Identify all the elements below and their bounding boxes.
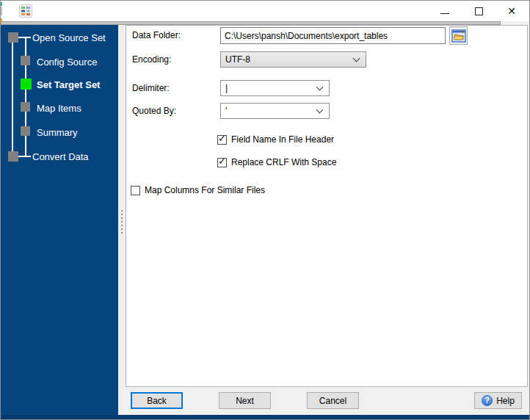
splitter-grip-icon	[121, 232, 123, 233]
main-area: Data Folder: Encoding: UTF-8 Delimiter:	[126, 25, 528, 416]
step-label: Open Source Set	[32, 32, 106, 43]
app-icon	[19, 4, 32, 18]
help-question-icon: ?	[482, 395, 493, 406]
back-button[interactable]: Back	[131, 392, 183, 409]
close-icon: ✕	[507, 6, 516, 16]
quoted-by-value: '	[225, 106, 227, 116]
step-square-icon	[8, 32, 18, 43]
encoding-value: UTF-8	[225, 54, 250, 65]
checkbox-box-checked: ✓	[217, 135, 227, 145]
minimize-button[interactable]	[432, 1, 457, 21]
step-label: Set Target Set	[37, 79, 100, 90]
step-label: Map Items	[37, 103, 81, 114]
step-map-items[interactable]: Map Items	[1, 102, 118, 114]
next-button[interactable]: Next	[219, 392, 271, 409]
quoted-by-combobox[interactable]: '	[220, 103, 330, 119]
step-label: Convert Data	[32, 151, 89, 162]
chevron-down-icon	[316, 106, 324, 114]
titlebar[interactable]: ✕	[1, 1, 529, 21]
screen-edge-artifact	[1, 7, 2, 15]
check-icon: ✓	[218, 134, 226, 143]
checkbox-field-name-in-file-header[interactable]: ✓ Field Name In File Header	[217, 134, 334, 145]
step-config-source[interactable]: Config Source	[1, 56, 118, 68]
sidebar-splitter[interactable]	[118, 25, 126, 416]
target-settings-panel: Data Folder: Encoding: UTF-8 Delimiter:	[126, 25, 528, 387]
step-open-source-set[interactable]: Open Source Set	[1, 32, 118, 43]
browse-folder-button[interactable]	[449, 26, 468, 45]
help-button[interactable]: ? Help	[474, 392, 522, 409]
step-square-icon	[21, 102, 30, 112]
checkbox-map-columns-for-similar-files[interactable]: Map Columns For Similar Files	[131, 185, 265, 195]
step-summary[interactable]: Summary	[1, 126, 118, 138]
step-convert-data[interactable]: Convert Data	[1, 151, 118, 162]
delimiter-value: |	[225, 83, 228, 93]
cancel-button[interactable]: Cancel	[307, 392, 359, 409]
encoding-select[interactable]: UTF-8	[220, 51, 366, 68]
wizard-window: ✕ Open Source Set Config Source Set Targ…	[0, 0, 530, 420]
step-square-icon-active	[21, 79, 32, 90]
checkbox-label: Field Name In File Header	[231, 134, 334, 145]
data-folder-label: Data Folder:	[132, 29, 181, 41]
close-button[interactable]: ✕	[499, 1, 524, 21]
checkbox-replace-crlf-with-space[interactable]: ✓ Replace CRLF With Space	[217, 157, 336, 167]
maximize-icon	[475, 7, 483, 15]
step-label: Summary	[37, 127, 78, 138]
maximize-button[interactable]	[466, 1, 491, 21]
quoted-by-label: Quoted By:	[132, 105, 176, 117]
screen-edge-artifact	[1, 2, 2, 6]
step-square-icon	[8, 151, 18, 162]
chevron-down-icon	[353, 55, 360, 62]
help-button-label: Help	[496, 396, 515, 406]
splitter-grip-icon	[121, 214, 123, 215]
splitter-grip-icon	[121, 225, 123, 226]
screen-edge-artifact	[1, 18, 2, 23]
minimize-icon	[440, 13, 449, 14]
step-square-icon	[21, 56, 30, 65]
splitter-grip-icon	[121, 221, 123, 222]
checkbox-box-checked: ✓	[217, 158, 227, 167]
encoding-label: Encoding:	[132, 54, 171, 65]
checkbox-label: Map Columns For Similar Files	[145, 185, 265, 195]
delimiter-combobox[interactable]: |	[220, 80, 330, 96]
splitter-grip-icon	[121, 217, 123, 219]
step-square-icon	[21, 126, 30, 136]
delimiter-label: Delimiter:	[132, 82, 170, 94]
wizard-steps-sidebar: Open Source Set Config Source Set Target…	[1, 25, 118, 416]
checkbox-label: Replace CRLF With Space	[231, 157, 336, 167]
splitter-grip-icon	[121, 210, 123, 211]
data-folder-input-wrapper	[220, 27, 446, 44]
checkbox-box-unchecked	[131, 186, 140, 195]
wizard-button-bar: Back Next Cancel ? Help	[126, 387, 528, 416]
step-set-target-set[interactable]: Set Target Set	[1, 79, 118, 90]
bottom-edge-strip	[1, 415, 529, 419]
chevron-down-icon	[316, 84, 324, 91]
data-folder-input[interactable]	[221, 28, 445, 43]
check-icon: ✓	[218, 156, 226, 166]
open-folder-icon	[451, 29, 466, 43]
splitter-grip-icon	[121, 228, 123, 230]
step-label: Config Source	[37, 57, 97, 68]
